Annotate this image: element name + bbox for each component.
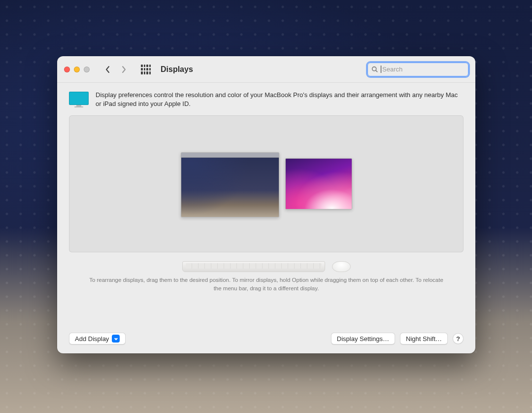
display-settings-label: Display Settings… bbox=[337, 335, 389, 343]
window-traffic-lights bbox=[64, 67, 90, 72]
menu-bar-handle[interactable] bbox=[181, 153, 279, 158]
add-display-label: Add Display bbox=[75, 335, 109, 343]
primary-display-thumb[interactable] bbox=[181, 152, 279, 217]
content-area: Display preferences control the resoluti… bbox=[57, 83, 475, 353]
keyboard-icon bbox=[182, 261, 325, 272]
system-preferences-window: Displays Search Display preferences cont… bbox=[57, 56, 475, 353]
chevron-left-icon bbox=[105, 66, 111, 73]
zoom-icon[interactable] bbox=[84, 67, 90, 72]
close-icon[interactable] bbox=[64, 67, 70, 72]
peripherals-illustration bbox=[69, 256, 464, 272]
secondary-display-thumb[interactable] bbox=[285, 158, 352, 209]
search-icon bbox=[371, 66, 378, 72]
show-all-icon[interactable] bbox=[141, 65, 151, 74]
display-wallpaper-secondary bbox=[286, 159, 352, 209]
help-button[interactable]: ? bbox=[453, 333, 464, 344]
search-placeholder: Search bbox=[382, 66, 402, 73]
window-toolbar: Displays Search bbox=[57, 56, 475, 83]
footer-buttons: Add Display Display Settings… Night Shif… bbox=[69, 326, 464, 344]
arrangement-help-text: To rearrange displays, drag them to the … bbox=[69, 276, 464, 292]
display-settings-button[interactable]: Display Settings… bbox=[331, 333, 395, 344]
text-cursor bbox=[381, 66, 381, 73]
intro-text: Display preferences control the resoluti… bbox=[96, 91, 464, 108]
add-display-button[interactable]: Add Display bbox=[69, 333, 126, 344]
display-arrangement-area[interactable] bbox=[69, 115, 464, 252]
chevron-right-icon bbox=[121, 66, 127, 73]
svg-line-1 bbox=[376, 70, 377, 72]
night-shift-label: Night Shift… bbox=[406, 335, 442, 343]
dropdown-indicator bbox=[112, 335, 120, 343]
back-button[interactable] bbox=[102, 64, 113, 75]
minimize-icon[interactable] bbox=[74, 67, 80, 72]
display-icon bbox=[69, 92, 89, 107]
chevron-down-icon bbox=[114, 337, 118, 341]
search-input[interactable]: Search bbox=[367, 63, 468, 76]
forward-button[interactable] bbox=[118, 64, 129, 75]
svg-point-0 bbox=[372, 67, 376, 71]
help-label: ? bbox=[456, 335, 460, 343]
display-wallpaper-primary bbox=[181, 158, 279, 217]
night-shift-button[interactable]: Night Shift… bbox=[400, 333, 448, 344]
mouse-icon bbox=[332, 261, 351, 272]
intro-section: Display preferences control the resoluti… bbox=[69, 91, 464, 108]
window-title: Displays bbox=[161, 65, 193, 74]
